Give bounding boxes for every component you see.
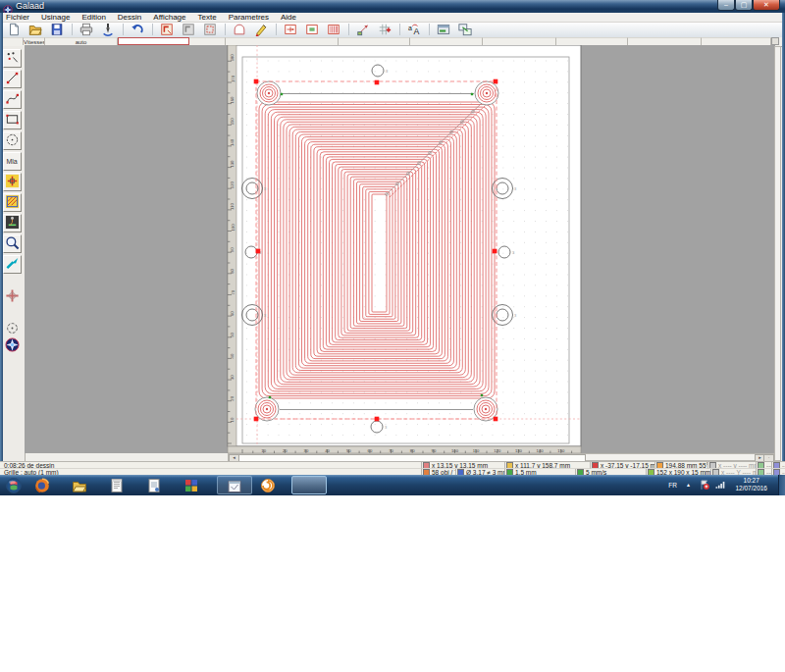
board-setup-button[interactable] (281, 23, 300, 36)
engrave-tool-button[interactable] (98, 23, 118, 36)
copy-object-button[interactable] (179, 23, 198, 36)
curve-tool-button[interactable] (3, 90, 22, 109)
status-cell: ----² (757, 462, 772, 469)
hatch-tool-button[interactable] (3, 193, 22, 212)
window-border-left (0, 13, 3, 475)
svg-text:Mla: Mla (6, 158, 17, 165)
window-link-button[interactable] (455, 23, 475, 36)
arch-shape-button[interactable] (230, 23, 249, 36)
taskbar-start-orb[interactable] (3, 476, 25, 494)
taskbar-galaad-app[interactable] (291, 476, 327, 494)
undo-button[interactable] (128, 23, 147, 36)
action-center-flag-icon[interactable] (699, 479, 710, 491)
svg-text:60: 60 (231, 311, 236, 316)
copy-milling-button[interactable] (157, 23, 177, 36)
svg-text:10: 10 (231, 417, 236, 422)
board-zone-button[interactable] (302, 23, 322, 36)
status-cell-icon (506, 462, 513, 469)
status-drawing-time: 0:08:26 de dessin (0, 462, 422, 469)
param-cell (556, 37, 628, 45)
paste-special-icon (203, 23, 217, 36)
weld-tool-button[interactable] (3, 173, 22, 191)
toolbar-separator (225, 24, 226, 35)
menu-aide[interactable]: Aide (275, 13, 302, 22)
menu-affichage[interactable]: Affichage (147, 13, 191, 22)
save-file-button[interactable] (47, 23, 67, 36)
points-tool-button[interactable] (3, 49, 22, 68)
menu-edition[interactable]: Edition (76, 13, 111, 22)
show-desktop-button[interactable] (778, 475, 785, 495)
close-button[interactable]: ✕ (753, 0, 780, 11)
horizontal-scrollbar[interactable]: ◂ ▸ · (228, 453, 775, 461)
param-auto[interactable]: auto (45, 37, 118, 45)
measure-tool-button[interactable] (353, 23, 373, 36)
pen-tool-icon (254, 23, 268, 36)
pan-tool-button[interactable] (3, 255, 22, 274)
hidden-icons-arrow[interactable]: ▲ (686, 482, 691, 488)
drawing-svg[interactable]: 3333333310203040506070809010011012013014… (25, 45, 775, 453)
taskbar-cad-blocks-app[interactable] (180, 476, 203, 494)
origin-crosshair-button[interactable] (3, 287, 22, 306)
speed-field[interactable] (118, 37, 189, 45)
svg-text:130: 130 (231, 160, 236, 168)
toolbar-separator (72, 24, 73, 35)
svg-text:140: 140 (537, 448, 545, 453)
window-split-icon (437, 23, 450, 36)
taskbar-document-app[interactable] (105, 476, 129, 494)
clock[interactable]: 10:27 12/07/2016 (735, 477, 767, 492)
menu-texte[interactable]: Texte (192, 13, 223, 22)
param-cell (226, 37, 339, 45)
svg-text:160: 160 (231, 96, 236, 104)
main-toolbar: aA (0, 23, 785, 38)
open-file-button[interactable] (26, 23, 45, 36)
param-cell (628, 37, 702, 45)
menu-fichier[interactable]: Fichier (0, 13, 35, 22)
grid-setup-button[interactable] (375, 23, 394, 36)
menu-usinage[interactable]: Usinage (35, 13, 76, 22)
taskbar-document-app2[interactable] (142, 476, 166, 494)
zoom-tool-button[interactable] (3, 234, 22, 253)
board-zone-icon (305, 23, 319, 36)
new-document-button[interactable] (4, 23, 24, 36)
toolbar-separator (123, 24, 124, 35)
windows-taskbar: FR ▲ 10:27 12/07/2016 (0, 475, 785, 495)
text-tool-icon: Mla (5, 153, 20, 168)
print-button[interactable] (77, 23, 96, 36)
paste-special-button[interactable] (200, 23, 220, 36)
param-cell (0, 37, 24, 45)
maximize-button[interactable]: ▢ (735, 0, 753, 11)
taskbar-explorer[interactable] (68, 476, 91, 494)
line-tool-button[interactable] (3, 70, 22, 88)
menu-dessin[interactable]: Dessin (112, 13, 147, 22)
hatch-fill-button[interactable] (324, 23, 343, 36)
network-icon[interactable] (714, 479, 726, 491)
taskbar-firefox[interactable] (30, 476, 54, 494)
text-case-tool-button[interactable]: aA (404, 23, 424, 36)
svg-text:110: 110 (473, 448, 480, 453)
status-cell-icon (758, 462, 764, 469)
title-bar[interactable]: Galaad –▢✕ (0, 0, 785, 13)
zoom-tool-icon (5, 235, 20, 250)
status-cell-icon (592, 462, 599, 469)
window-split-button[interactable] (434, 23, 453, 36)
rectangle-tool-button[interactable] (3, 111, 22, 129)
minimize-button[interactable]: – (717, 0, 735, 11)
taskbar-orange-swirl-app[interactable] (256, 476, 280, 494)
param-cell (771, 37, 779, 45)
drawing-canvas[interactable]: 3333333310203040506070809010011012013014… (25, 45, 775, 453)
weld-tool-icon (5, 174, 20, 188)
status-cell: x -37,15 y -17,15 mm (591, 462, 655, 469)
toolbar-separator (152, 24, 153, 35)
pen-tool-button[interactable] (251, 23, 271, 36)
menu-parametres[interactable]: Parametres (223, 13, 275, 22)
text-tool-button[interactable]: Mla (3, 152, 22, 171)
circle-tool-button[interactable] (3, 131, 22, 150)
circle-mark-icon (5, 321, 20, 336)
vertical-scrollbar[interactable] (774, 46, 781, 461)
param-vitesses[interactable]: Vitesses (24, 37, 45, 45)
taskbar-window-app[interactable] (217, 476, 252, 494)
language-indicator[interactable]: FR (668, 482, 677, 489)
simulate-tool-button[interactable] (3, 214, 22, 233)
status-cell: 194,88 mm 55° (655, 462, 708, 469)
tray-time: 10:27 (735, 477, 767, 485)
